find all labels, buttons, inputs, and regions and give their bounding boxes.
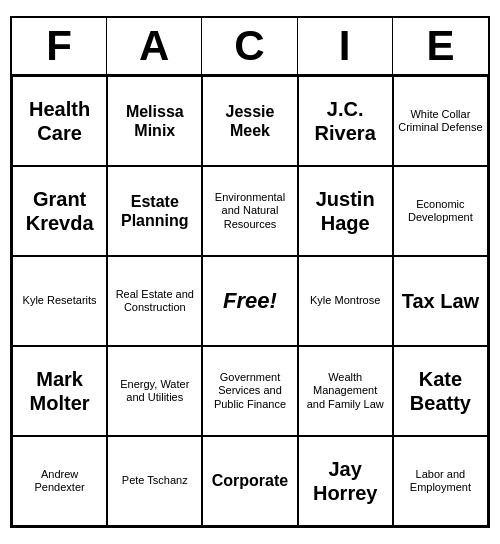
cell-11: Real Estate and Construction [107, 256, 202, 346]
header-i: I [298, 18, 393, 74]
bingo-grid: Health CareMelissa MinixJessie MeekJ.C. … [12, 76, 488, 526]
header-e: E [393, 18, 488, 74]
cell-12: Free! [202, 256, 297, 346]
cell-22: Corporate [202, 436, 297, 526]
cell-2: Jessie Meek [202, 76, 297, 166]
cell-14: Tax Law [393, 256, 488, 346]
cell-4: White Collar Criminal Defense [393, 76, 488, 166]
header-c: C [202, 18, 297, 74]
cell-24: Labor and Employment [393, 436, 488, 526]
cell-15: Mark Molter [12, 346, 107, 436]
cell-8: Justin Hage [298, 166, 393, 256]
cell-17: Government Services and Public Finance [202, 346, 297, 436]
cell-7: Environmental and Natural Resources [202, 166, 297, 256]
cell-18: Wealth Management and Family Law [298, 346, 393, 436]
cell-5: Grant Krevda [12, 166, 107, 256]
header-a: A [107, 18, 202, 74]
cell-9: Economic Development [393, 166, 488, 256]
cell-0: Health Care [12, 76, 107, 166]
bingo-header: F A C I E [12, 18, 488, 76]
cell-23: Jay Horrey [298, 436, 393, 526]
cell-6: Estate Planning [107, 166, 202, 256]
cell-10: Kyle Resetarits [12, 256, 107, 346]
bingo-card: F A C I E Health CareMelissa MinixJessie… [10, 16, 490, 528]
cell-21: Pete Tschanz [107, 436, 202, 526]
cell-3: J.C. Rivera [298, 76, 393, 166]
cell-1: Melissa Minix [107, 76, 202, 166]
header-f: F [12, 18, 107, 74]
cell-13: Kyle Montrose [298, 256, 393, 346]
cell-20: Andrew Pendexter [12, 436, 107, 526]
cell-16: Energy, Water and Utilities [107, 346, 202, 436]
cell-19: Kate Beatty [393, 346, 488, 436]
